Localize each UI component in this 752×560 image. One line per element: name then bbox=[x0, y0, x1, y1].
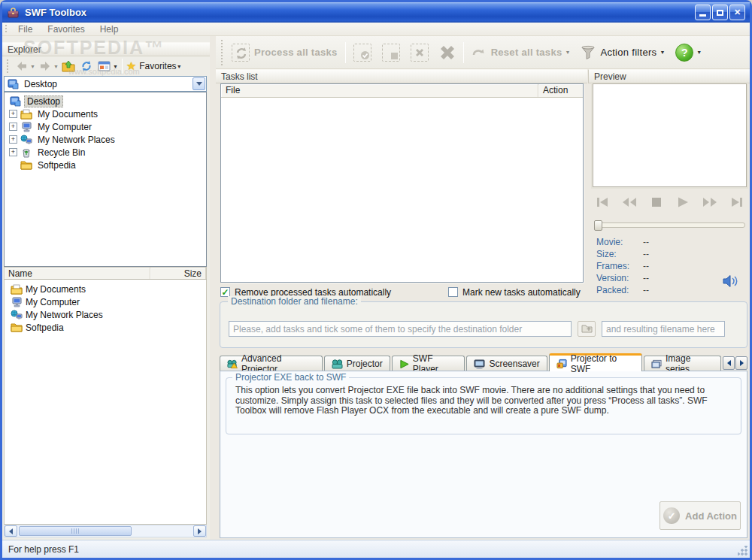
forward-button[interactable] bbox=[37, 58, 53, 74]
action-filters-button[interactable]: Action filters ▼ bbox=[575, 42, 670, 63]
back-dropdown-icon[interactable]: ▼ bbox=[30, 64, 35, 69]
browse-folder-button[interactable] bbox=[578, 321, 596, 337]
column-name[interactable]: Name bbox=[5, 268, 150, 279]
maximize-button[interactable] bbox=[712, 5, 728, 20]
group-description: This option lets you convert Projector E… bbox=[235, 386, 732, 416]
skip-first-button[interactable] bbox=[593, 194, 612, 210]
horizontal-scrollbar[interactable] bbox=[4, 525, 207, 537]
favorites-dropdown-icon[interactable]: ▼ bbox=[177, 64, 182, 69]
stop-button[interactable] bbox=[647, 194, 666, 210]
process-icon bbox=[232, 44, 250, 62]
unmark-task-button[interactable] bbox=[377, 41, 405, 65]
filters-dropdown-icon[interactable]: ▼ bbox=[660, 50, 665, 55]
list-item[interactable]: My Computer bbox=[5, 295, 206, 308]
destination-filename-input[interactable] bbox=[602, 321, 725, 337]
tree-item-recycle-bin[interactable]: + Recycle Bin bbox=[5, 146, 206, 159]
list-item-label: My Computer bbox=[26, 297, 80, 307]
remove-task-button[interactable] bbox=[405, 41, 434, 65]
action-tabs: Advanced Projector Projector SWF Player … bbox=[220, 354, 747, 371]
speaker-icon bbox=[721, 273, 739, 289]
list-item-label: My Documents bbox=[26, 284, 86, 295]
folder-tree: Desktop + My Documents + My Computer + bbox=[4, 92, 207, 267]
tree-item-desktop[interactable]: Desktop bbox=[5, 95, 206, 107]
volume-button[interactable] bbox=[721, 273, 741, 291]
tab-screensaver[interactable]: Screensaver bbox=[466, 356, 547, 371]
recycle-bin-icon bbox=[20, 147, 32, 158]
tab-projector-to-swf[interactable]: Projector to SWF bbox=[549, 353, 642, 371]
expand-toggle[interactable]: + bbox=[9, 135, 17, 144]
seek-slider[interactable] bbox=[594, 220, 745, 230]
tasks-table-header: File Action bbox=[221, 84, 583, 98]
scroll-right-button[interactable] bbox=[193, 525, 206, 537]
help-dropdown-icon[interactable]: ▼ bbox=[696, 50, 702, 55]
views-dropdown-icon[interactable]: ▼ bbox=[113, 64, 118, 69]
scrollbar-thumb[interactable] bbox=[19, 526, 132, 536]
process-all-tasks-button[interactable]: Process all tasks bbox=[226, 41, 343, 65]
tab-advanced-projector[interactable]: Advanced Projector bbox=[220, 356, 323, 371]
play-button[interactable] bbox=[673, 194, 693, 210]
slider-track[interactable] bbox=[594, 222, 745, 228]
add-action-button[interactable]: ✓ Add Action bbox=[660, 501, 741, 530]
rewind-button[interactable] bbox=[620, 194, 639, 210]
reset-dropdown-icon[interactable]: ▼ bbox=[565, 50, 570, 55]
list-item[interactable]: My Documents bbox=[5, 283, 206, 295]
tab-swf-player[interactable]: SWF Player bbox=[392, 356, 465, 371]
app-window: SWF Toolbox ✕ File Favorites Help Explor… bbox=[0, 0, 752, 560]
destination-legend: Destination folder and filename: bbox=[228, 296, 361, 307]
tab-label: Screensaver bbox=[489, 359, 539, 369]
skip-last-button[interactable] bbox=[727, 194, 747, 210]
tree-item-softpedia[interactable]: Softpedia bbox=[5, 159, 206, 171]
expand-toggle[interactable]: + bbox=[9, 148, 17, 156]
views-button[interactable] bbox=[96, 58, 113, 74]
up-folder-button[interactable] bbox=[60, 58, 77, 74]
tab-image-series[interactable]: Image series bbox=[644, 356, 721, 371]
tab-scroll-right-button[interactable] bbox=[735, 356, 747, 370]
column-file[interactable]: File bbox=[221, 84, 538, 97]
expand-toggle[interactable]: + bbox=[9, 123, 17, 131]
column-action[interactable]: Action bbox=[538, 84, 583, 97]
advanced-projector-icon bbox=[227, 359, 238, 369]
expand-toggle[interactable]: + bbox=[9, 110, 17, 118]
version-value: -- bbox=[643, 273, 649, 285]
tree-item-label: Recycle Bin bbox=[35, 147, 87, 159]
list-item[interactable]: Softpedia bbox=[5, 321, 206, 334]
mark-new-checkbox[interactable] bbox=[448, 287, 458, 297]
help-button[interactable]: ? ▼ bbox=[670, 41, 707, 65]
favorites-label[interactable]: Favorites bbox=[139, 61, 176, 71]
minimize-button[interactable] bbox=[695, 5, 711, 20]
tree-item-my-documents[interactable]: + My Documents bbox=[5, 107, 206, 120]
tree-item-label: My Network Places bbox=[35, 134, 117, 146]
menu-favorites[interactable]: Favorites bbox=[40, 23, 92, 35]
destination-folder-input[interactable] bbox=[229, 321, 572, 337]
refresh-button[interactable] bbox=[78, 58, 95, 74]
close-button[interactable]: ✕ bbox=[729, 5, 745, 20]
toolbar-grip[interactable] bbox=[6, 59, 10, 73]
window-title: SWF Toolbox bbox=[25, 7, 693, 18]
title-bar[interactable]: SWF Toolbox ✕ bbox=[2, 2, 750, 23]
scroll-left-button[interactable] bbox=[5, 525, 17, 537]
slider-thumb[interactable] bbox=[594, 220, 602, 231]
mark-task-button[interactable] bbox=[348, 41, 377, 65]
mark-new-label[interactable]: Mark new tasks automatically bbox=[462, 287, 581, 298]
toolbar-grip[interactable] bbox=[220, 40, 224, 65]
forward-dropdown-icon[interactable]: ▼ bbox=[53, 64, 59, 69]
tree-item-my-computer[interactable]: + My Computer bbox=[5, 120, 206, 133]
back-button[interactable] bbox=[14, 58, 30, 74]
tab-projector[interactable]: Projector bbox=[324, 356, 390, 371]
toolbar-grip[interactable] bbox=[5, 25, 8, 34]
status-bar: For help press F1 bbox=[2, 540, 750, 558]
projector-exe-group: Projector EXE back to SWF This option le… bbox=[226, 377, 741, 434]
fast-forward-button[interactable] bbox=[700, 194, 720, 210]
resize-grip[interactable] bbox=[738, 546, 747, 555]
combo-dropdown-button[interactable] bbox=[193, 77, 205, 90]
menu-file[interactable]: File bbox=[11, 23, 40, 35]
column-size[interactable]: Size bbox=[150, 268, 206, 279]
tree-item-my-network-places[interactable]: + My Network Places bbox=[5, 133, 206, 146]
list-item[interactable]: My Network Places bbox=[5, 308, 206, 321]
reset-all-tasks-button[interactable]: Reset all tasks ▼ bbox=[466, 43, 576, 62]
remove-all-tasks-button[interactable] bbox=[434, 42, 461, 63]
folder-combobox[interactable]: Desktop bbox=[4, 76, 207, 92]
menu-help[interactable]: Help bbox=[92, 23, 126, 35]
tab-scroll-left-button[interactable] bbox=[723, 356, 735, 370]
tasks-table[interactable]: File Action bbox=[220, 83, 584, 283]
